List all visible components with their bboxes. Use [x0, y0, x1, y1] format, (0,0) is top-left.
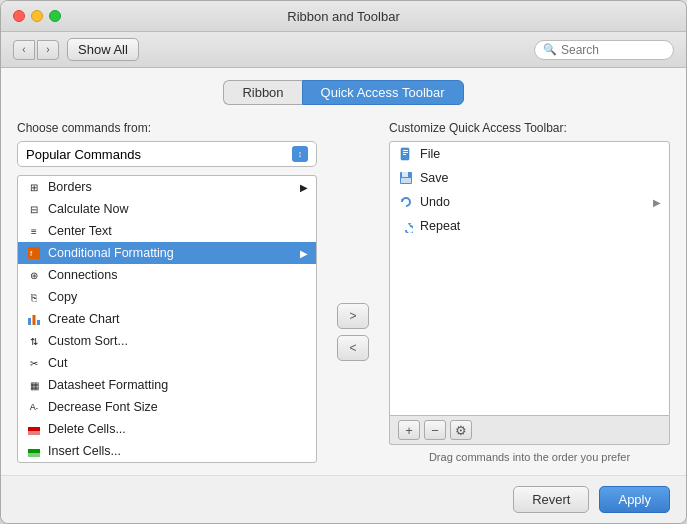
condformat-icon: f	[26, 245, 42, 261]
svg-rect-10	[403, 150, 408, 151]
chart-icon	[26, 311, 42, 327]
cmd-label-insert: Insert Cells...	[48, 444, 121, 458]
cmd-label-calculate: Calculate Now	[48, 202, 129, 216]
cmd-item-connections[interactable]: ⊛ Connections	[18, 264, 316, 286]
quick-access-list[interactable]: File Save	[389, 141, 670, 416]
traffic-lights	[13, 10, 61, 22]
cmd-arrow-borders: ▶	[300, 182, 308, 193]
sort-icon: ⇅	[26, 333, 42, 349]
cmd-item-decrease-font[interactable]: A- Decrease Font Size	[18, 396, 316, 418]
calculate-icon: ⊟	[26, 201, 42, 217]
right-panel: Customize Quick Access Toolbar: F	[389, 121, 670, 463]
toolbar: ‹ › Show All 🔍	[1, 32, 686, 68]
cmd-label-chart: Create Chart	[48, 312, 120, 326]
svg-rect-14	[402, 172, 408, 177]
cmd-item-datasheet[interactable]: ▦ Datasheet Formatting	[18, 374, 316, 396]
cmd-label-borders: Borders	[48, 180, 92, 194]
cmd-label-delete: Delete Cells...	[48, 422, 126, 436]
cmd-item-cut[interactable]: ✂ Cut	[18, 352, 316, 374]
forward-button[interactable]: ›	[37, 40, 59, 60]
window: Ribbon and Toolbar ‹ › Show All 🔍 Ribbon…	[0, 0, 687, 524]
cmd-item-borders[interactable]: ⊞ Borders ▶	[18, 176, 316, 198]
tab-ribbon[interactable]: Ribbon	[223, 80, 301, 105]
datasheet-icon: ▦	[26, 377, 42, 393]
dropdown-value: Popular Commands	[26, 147, 141, 162]
customize-label: Customize Quick Access Toolbar:	[389, 121, 670, 135]
show-all-button[interactable]: Show All	[67, 38, 139, 61]
delete-icon	[26, 421, 42, 437]
window-title: Ribbon and Toolbar	[287, 9, 400, 24]
cmd-item-create-chart[interactable]: Create Chart	[18, 308, 316, 330]
center-icon: ≡	[26, 223, 42, 239]
cmd-label-cut: Cut	[48, 356, 67, 370]
content: Ribbon Quick Access Toolbar Choose comma…	[1, 68, 686, 475]
cmd-item-copy[interactable]: ⎘ Copy	[18, 286, 316, 308]
qa-label-undo: Undo	[420, 195, 450, 209]
choose-label: Choose commands from:	[17, 121, 317, 135]
close-button[interactable]	[13, 10, 25, 22]
svg-rect-5	[28, 427, 40, 431]
qa-item-repeat[interactable]: Repeat	[390, 214, 669, 238]
cmd-label-condformat: Conditional Formatting	[48, 246, 174, 260]
cmd-item-custom-sort[interactable]: ⇅ Custom Sort...	[18, 330, 316, 352]
back-button[interactable]: ‹	[13, 40, 35, 60]
cmd-item-insert-cells[interactable]: Insert Cells...	[18, 440, 316, 462]
insert-icon	[26, 443, 42, 459]
tab-bar: Ribbon Quick Access Toolbar	[17, 80, 670, 105]
qa-label-save: Save	[420, 171, 449, 185]
cmd-label-decrease: Decrease Font Size	[48, 400, 158, 414]
decrease-font-icon: A-	[26, 399, 42, 415]
undo-icon	[398, 194, 414, 210]
qa-item-save[interactable]: Save	[390, 166, 669, 190]
add-to-toolbar-button[interactable]: >	[337, 303, 369, 329]
repeat-icon	[398, 218, 414, 234]
svg-rect-6	[28, 431, 40, 435]
dropdown-arrow-icon: ↕	[292, 146, 308, 162]
apply-button[interactable]: Apply	[599, 486, 670, 513]
commands-dropdown[interactable]: Popular Commands ↕	[17, 141, 317, 167]
qa-item-file[interactable]: File	[390, 142, 669, 166]
undo-expand-icon: ▶	[653, 197, 661, 208]
remove-from-toolbar-button[interactable]: <	[337, 335, 369, 361]
svg-rect-3	[33, 315, 36, 325]
svg-rect-12	[403, 154, 406, 155]
search-icon: 🔍	[543, 43, 557, 56]
cmd-item-calculate-now[interactable]: ⊟ Calculate Now	[18, 198, 316, 220]
cmd-label-sort: Custom Sort...	[48, 334, 128, 348]
main-area: Choose commands from: Popular Commands ↕…	[17, 121, 670, 463]
qa-item-undo[interactable]: Undo ▶	[390, 190, 669, 214]
footer: Revert Apply	[1, 475, 686, 523]
svg-rect-8	[28, 453, 40, 457]
add-item-button[interactable]: +	[398, 420, 420, 440]
svg-rect-2	[28, 318, 31, 325]
svg-rect-7	[28, 449, 40, 453]
remove-item-button[interactable]: −	[424, 420, 446, 440]
cmd-item-center-text[interactable]: ≡ Center Text	[18, 220, 316, 242]
save-icon	[398, 170, 414, 186]
borders-icon: ⊞	[26, 179, 42, 195]
maximize-button[interactable]	[49, 10, 61, 22]
file-icon	[398, 146, 414, 162]
copy-icon: ⎘	[26, 289, 42, 305]
cut-icon: ✂	[26, 355, 42, 371]
cmd-item-conditional-formatting[interactable]: f Conditional Formatting ▶	[18, 242, 316, 264]
nav-buttons: ‹ ›	[13, 40, 59, 60]
left-panel: Choose commands from: Popular Commands ↕…	[17, 121, 317, 463]
qa-label-file: File	[420, 147, 440, 161]
search-input[interactable]	[561, 43, 665, 57]
cmd-label-center: Center Text	[48, 224, 112, 238]
connections-icon: ⊛	[26, 267, 42, 283]
qa-bottom-toolbar: + − ⚙	[389, 416, 670, 445]
cmd-label-copy: Copy	[48, 290, 77, 304]
drag-hint: Drag commands into the order you prefer	[389, 451, 670, 463]
revert-button[interactable]: Revert	[513, 486, 589, 513]
cmd-item-delete-cells[interactable]: Delete Cells...	[18, 418, 316, 440]
svg-rect-4	[37, 320, 40, 325]
cmd-label-datasheet: Datasheet Formatting	[48, 378, 168, 392]
settings-button[interactable]: ⚙	[450, 420, 472, 440]
cmd-arrow-condformat: ▶	[300, 248, 308, 259]
commands-list[interactable]: ⊞ Borders ▶ ⊟ Calculate Now ≡ Center Tex…	[17, 175, 317, 463]
titlebar: Ribbon and Toolbar	[1, 1, 686, 32]
minimize-button[interactable]	[31, 10, 43, 22]
tab-quick-access[interactable]: Quick Access Toolbar	[302, 80, 464, 105]
